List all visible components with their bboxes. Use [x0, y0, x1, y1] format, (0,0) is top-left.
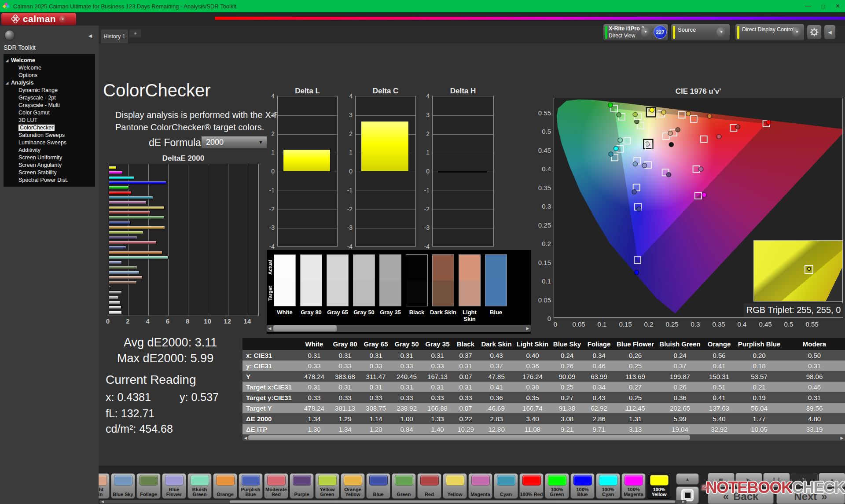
scroll-left-icon[interactable]: ◀ [267, 325, 273, 332]
next-button[interactable]: Next » [776, 489, 845, 504]
toolbar-pause-button[interactable]: ❙❙ [763, 473, 790, 487]
patch-button-100-blue[interactable]: 100% Blue [570, 473, 595, 499]
table-cell: 0.34 [584, 382, 614, 392]
tab-history-1[interactable]: History 1 [101, 29, 128, 43]
patch-button-label: Foliage [137, 492, 160, 497]
sidebar-item-screen-angularity[interactable]: Screen Angularity [4, 162, 95, 169]
scroll-left-icon[interactable]: ◀ [242, 435, 249, 441]
sidebar-item-grayscale-multi[interactable]: Grayscale - Multi [4, 102, 95, 109]
add-tab-button[interactable]: + [129, 29, 141, 37]
patch-button-label: Red [418, 492, 441, 497]
patch-button-blue-sky[interactable]: Blue Sky [111, 473, 135, 499]
toolbar-loop-button[interactable]: ↻ [791, 473, 818, 487]
deltae-chart-title: DeltaE 2000 [108, 154, 259, 163]
calman-menu-button[interactable]: calman ▼ [1, 13, 76, 25]
sidebar-item-saturation-sweeps[interactable]: Saturation Sweeps [4, 132, 95, 139]
patch-button-light-skin[interactable]: Light Skin [99, 473, 110, 499]
swatch-strip-scrollbar[interactable]: ◀ ▶ [267, 325, 531, 332]
patch-button-100-green[interactable]: 100% Green [545, 473, 569, 499]
sidebar-item-screen-stability[interactable]: Screen Stability [4, 169, 95, 177]
patch-button-100-cyan[interactable]: 100% Cyan [596, 473, 620, 499]
patch-button-moderate-red[interactable]: Moderate Red [264, 473, 288, 499]
calman-diamond-icon [11, 15, 20, 23]
sidebar-item-grayscale-2pt[interactable]: Grayscale - 2pt [4, 94, 95, 102]
table-cell: 0.31 [422, 382, 453, 392]
pause-icon: ❙❙ [772, 477, 782, 483]
display-control-dropdown[interactable]: Direct Display Control ▼ [735, 24, 804, 40]
settings-button[interactable] [807, 25, 822, 40]
scrollbar-thumb[interactable] [273, 325, 337, 331]
table-cell: 0.46 [584, 361, 614, 371]
table-cell: 0.33 [299, 361, 330, 371]
minimize-icon[interactable]: — [805, 3, 811, 10]
back-button[interactable]: « Back [708, 489, 774, 504]
scroll-left-icon[interactable]: ◀ [99, 500, 106, 504]
patch-button-blue[interactable]: Blue [366, 473, 390, 499]
toolbar-play-button[interactable]: ▶ [735, 473, 762, 487]
source-dropdown[interactable]: Source ▼ [671, 24, 730, 40]
sidebar-item-additivity[interactable]: Additivity [4, 147, 95, 154]
toolbar-record-button[interactable]: ● [819, 473, 845, 487]
patch-button-red[interactable]: Red [417, 473, 441, 499]
maximize-icon[interactable]: □ [822, 3, 825, 10]
target-axis-label: Target [268, 280, 274, 306]
spectrum-strip [215, 17, 845, 20]
cie-measured-dot-yellow [661, 110, 666, 114]
scroll-right-icon[interactable]: ▶ [680, 500, 687, 504]
table-cell: 3.40 [514, 413, 551, 424]
sidebar-collapse-button[interactable]: ◀ [85, 31, 95, 40]
table-cell: 5.40 [704, 413, 735, 424]
tree-expander-icon[interactable]: ◢ [6, 57, 8, 64]
swatch-white [274, 254, 296, 306]
sidebar-item-analysis[interactable]: ◢Analysis [4, 79, 95, 87]
cie-y-tick: 0.25 [533, 221, 551, 229]
patch-button-100-magenta[interactable]: 100% Magenta [621, 473, 646, 499]
patch-button-magenta[interactable]: Magenta [468, 473, 492, 499]
back-chevrons-icon: « [723, 490, 729, 503]
collapse-panel-button[interactable]: ◀ [824, 25, 836, 40]
close-icon[interactable]: × [836, 2, 840, 10]
sidebar-item-luminance-sweeps[interactable]: Luminance Sweeps [4, 139, 95, 147]
patch-button-cyan[interactable]: Cyan [494, 473, 518, 499]
sidebar-item-screen-uniformity[interactable]: Screen Uniformity [4, 154, 95, 162]
patch-button-orange[interactable]: Orange [213, 473, 237, 499]
strip-up-button[interactable]: ▲ [676, 473, 699, 485]
scrollbar-thumb[interactable] [248, 435, 690, 440]
patch-button-orange-yellow[interactable]: Orange Yellow [341, 473, 365, 499]
patch-button-bluish-green[interactable]: Bluish Green [187, 473, 212, 499]
strip-scrollbar[interactable]: ◀ ▶ [99, 500, 687, 504]
table-cell: 0.41 [478, 382, 514, 392]
table-scrollbar[interactable]: ◀ ▶ [242, 435, 845, 441]
gridline [208, 164, 208, 316]
patch-button-foliage[interactable]: Foliage [136, 473, 161, 499]
patch-button-green[interactable]: Green [392, 473, 416, 499]
y-tick: 3 [261, 111, 275, 118]
sidebar-item-3d-lut[interactable]: 3D LUT [4, 117, 95, 124]
sidebar-item-dynamic-range[interactable]: Dynamic Range [4, 87, 95, 94]
scroll-right-icon[interactable]: ▶ [839, 435, 845, 441]
sidebar-item-options[interactable]: Options [4, 72, 95, 79]
scroll-right-icon[interactable]: ▶ [525, 325, 531, 332]
sidebar-item-welcome[interactable]: ◢Welcome [4, 57, 95, 64]
table-cell: 176.24 [514, 371, 551, 382]
workflow-orb-button[interactable] [4, 30, 15, 40]
meter-dropdown[interactable]: X-Rite i1Pro 2 Direct View ▼ 227 [603, 24, 668, 40]
patch-button-purple[interactable]: Purple [290, 473, 314, 499]
scrollbar-thumb[interactable] [230, 500, 675, 503]
table-cell: 0.31 [453, 361, 478, 371]
patch-button-100-red[interactable]: 100% Red [519, 473, 544, 499]
sidebar-item-spectral-power-dist[interactable]: Spectral Power Dist. [4, 177, 95, 184]
patch-button-100-yellow[interactable]: 100% Yellow [647, 473, 671, 499]
patch-button-yellow[interactable]: Yellow [443, 473, 467, 499]
sidebar-item-color-gamut[interactable]: Color Gamut [4, 109, 95, 117]
patch-button-yellow-green[interactable]: Yellow Green [315, 473, 339, 499]
patch-color-swatch [165, 475, 184, 486]
patch-button-purplish-blue[interactable]: Purplish Blue [239, 473, 263, 499]
sidebar-item-welcome[interactable]: Welcome [4, 64, 95, 72]
de-formula-select[interactable]: 2000 ▼ [201, 136, 267, 148]
patch-button-blue-flower[interactable]: Blue Flower [162, 473, 186, 499]
sidebar-item-colorchecker[interactable]: ColorChecker [4, 124, 95, 132]
meter-count-badge[interactable]: 227 [654, 26, 667, 39]
tree-expander-icon[interactable]: ◢ [6, 79, 8, 87]
toolbar-snapshot-button[interactable]: ◼ [708, 473, 735, 487]
